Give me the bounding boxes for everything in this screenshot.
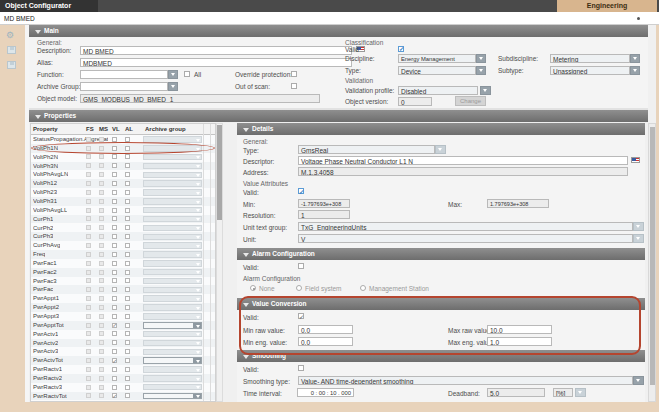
vl-checkbox[interactable]: [112, 385, 117, 390]
fs-checkbox[interactable]: [86, 314, 91, 319]
fs-checkbox[interactable]: [86, 323, 91, 328]
table-row[interactable]: PwrAppt2: [31, 303, 215, 312]
archive-group-dropdown[interactable]: [143, 163, 202, 170]
ms-checkbox[interactable]: [99, 261, 104, 266]
archive-group-dropdown[interactable]: [143, 251, 202, 258]
vl-checkbox[interactable]: [112, 199, 117, 204]
archive-group-dropdown[interactable]: [143, 304, 202, 311]
al-checkbox[interactable]: [125, 216, 130, 221]
details-type-dropdown-button[interactable]: [435, 145, 446, 154]
classification-valid-checkbox[interactable]: [398, 46, 404, 52]
al-checkbox[interactable]: [125, 376, 130, 381]
vl-checkbox[interactable]: [112, 181, 117, 186]
archive-group-dropdown[interactable]: [143, 172, 202, 179]
ms-checkbox[interactable]: [99, 358, 104, 363]
ms-checkbox[interactable]: [99, 296, 104, 301]
vl-checkbox[interactable]: [112, 331, 117, 336]
fs-checkbox[interactable]: [86, 181, 91, 186]
vl-checkbox[interactable]: [112, 270, 117, 275]
type-dropdown[interactable]: Device: [398, 66, 476, 75]
table-row[interactable]: PwrRactv3: [31, 383, 215, 392]
al-checkbox[interactable]: [125, 358, 130, 363]
ms-checkbox[interactable]: [99, 181, 104, 186]
ms-checkbox[interactable]: [99, 367, 104, 372]
vl-checkbox[interactable]: [112, 190, 117, 195]
smoothing-valid-checkbox[interactable]: [298, 365, 304, 371]
fs-checkbox[interactable]: [86, 278, 91, 283]
al-checkbox[interactable]: [125, 225, 130, 230]
archive-group-dropdown[interactable]: [143, 287, 202, 294]
table-row[interactable]: PwrApptTot: [31, 321, 215, 330]
breadcrumb[interactable]: MD BMED: [4, 15, 35, 22]
archive-group-dropdown[interactable]: [143, 234, 202, 241]
table-row[interactable]: PwrActv3: [31, 347, 215, 356]
pin-icon[interactable]: [637, 17, 640, 20]
archive-group-dropdown[interactable]: [143, 313, 202, 320]
table-row[interactable]: PwrRactv2: [31, 374, 215, 383]
archive-group-dropdown[interactable]: [143, 180, 202, 187]
al-checkbox[interactable]: [125, 243, 130, 248]
archive-group-dropdown[interactable]: [143, 269, 202, 276]
fs-checkbox[interactable]: [86, 199, 91, 204]
ms-checkbox[interactable]: [99, 323, 104, 328]
fs-checkbox[interactable]: [86, 252, 91, 257]
archive-group-dropdown[interactable]: [143, 260, 202, 267]
vl-checkbox[interactable]: [112, 358, 117, 363]
table-row[interactable]: VoltPh31: [31, 197, 215, 206]
al-checkbox[interactable]: [125, 323, 130, 328]
fs-checkbox[interactable]: [86, 225, 91, 230]
fs-checkbox[interactable]: [86, 358, 91, 363]
al-checkbox[interactable]: [125, 199, 130, 204]
fs-checkbox[interactable]: [86, 270, 91, 275]
al-checkbox[interactable]: [125, 163, 130, 168]
ms-checkbox[interactable]: [99, 349, 104, 354]
table-row[interactable]: PwrActv1: [31, 330, 215, 339]
time-interval-field[interactable]: 0 : 00 : 10 . 000: [297, 388, 354, 397]
ms-checkbox[interactable]: [99, 305, 104, 310]
al-checkbox[interactable]: [125, 190, 130, 195]
fs-checkbox[interactable]: [86, 137, 91, 142]
archive-group-dropdown[interactable]: [143, 198, 202, 205]
fs-checkbox[interactable]: [86, 340, 91, 345]
al-checkbox[interactable]: [125, 252, 130, 257]
section-header-details[interactable]: Details: [237, 123, 645, 135]
al-checkbox[interactable]: [125, 137, 130, 142]
radio-management-station[interactable]: [360, 285, 366, 291]
validation-profile-dropdown[interactable]: Disabled: [398, 86, 478, 95]
vl-checkbox[interactable]: [112, 243, 117, 248]
out-of-scan-checkbox[interactable]: [291, 83, 297, 89]
ms-checkbox[interactable]: [99, 163, 104, 168]
al-checkbox[interactable]: [125, 367, 130, 372]
archive-group-dropdown[interactable]: [143, 216, 202, 223]
fs-checkbox[interactable]: [86, 216, 91, 221]
fs-checkbox[interactable]: [86, 190, 91, 195]
smoothing-type-dropdown[interactable]: Value- AND time-dependent smoothing: [298, 376, 633, 385]
al-checkbox[interactable]: [125, 154, 130, 159]
al-checkbox[interactable]: [125, 385, 130, 390]
vl-checkbox[interactable]: [112, 393, 117, 398]
fs-checkbox[interactable]: [86, 287, 91, 292]
ms-checkbox[interactable]: [99, 225, 104, 230]
save-icon[interactable]: [7, 46, 16, 54]
vl-checkbox[interactable]: [112, 305, 117, 310]
archive-group-dropdown[interactable]: [143, 331, 202, 338]
fs-checkbox[interactable]: [86, 331, 91, 336]
function-dropdown[interactable]: [80, 70, 168, 79]
fs-checkbox[interactable]: [86, 261, 91, 266]
vl-checkbox[interactable]: [112, 323, 117, 328]
gear-icon[interactable]: ⚙: [6, 30, 17, 40]
table-row[interactable]: CurPh2: [31, 224, 215, 233]
unit-dropdown[interactable]: V: [298, 234, 633, 243]
table-row[interactable]: PwrActvTot: [31, 356, 215, 365]
archive-group-dropdown[interactable]: [143, 295, 202, 302]
vl-checkbox[interactable]: [112, 154, 117, 159]
alias-field[interactable]: MDBMED: [80, 58, 352, 67]
archive-group-dropdown[interactable]: [143, 349, 202, 356]
vl-checkbox[interactable]: [112, 340, 117, 345]
type-dropdown-button[interactable]: [476, 66, 486, 75]
al-checkbox[interactable]: [125, 278, 130, 283]
vl-checkbox[interactable]: [112, 296, 117, 301]
fs-checkbox[interactable]: [86, 367, 91, 372]
details-scrollbar-thumb[interactable]: [650, 127, 655, 385]
subtype-dropdown[interactable]: Unassigned: [550, 66, 630, 75]
